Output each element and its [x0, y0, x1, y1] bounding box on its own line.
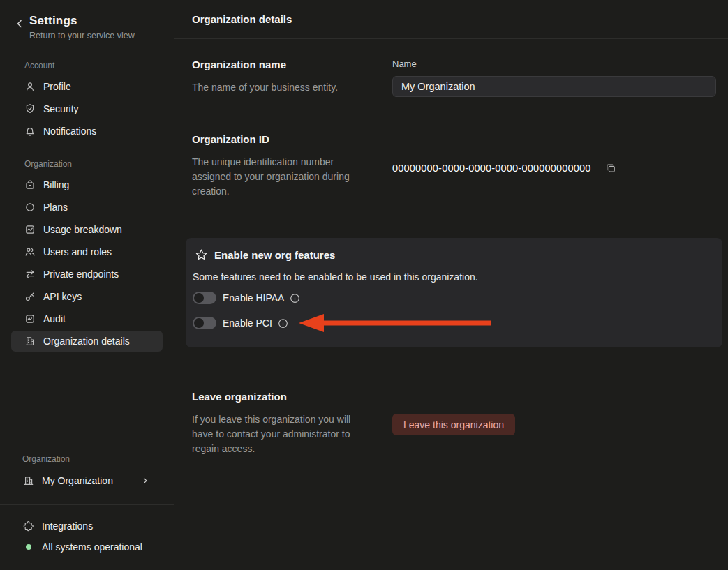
settings-title: Settings	[29, 14, 135, 28]
sidebar-item-private-endpoints[interactable]: Private endpoints	[11, 264, 163, 285]
org-name-title: Organization name	[192, 59, 392, 70]
chevron-right-icon	[141, 477, 149, 485]
sidebar-item-organization-details[interactable]: Organization details	[11, 331, 163, 352]
org-name-description: The name of your business entity.	[192, 80, 370, 95]
sidebar-item-audit[interactable]: Audit	[11, 308, 163, 329]
org-id-description: The unique identification number assigne…	[192, 155, 370, 199]
account-section-label: Account	[24, 61, 163, 70]
leave-org-title: Leave organization	[192, 391, 392, 403]
billing-icon	[24, 179, 36, 190]
sidebar-item-label: Security	[43, 103, 79, 114]
info-icon[interactable]	[290, 293, 300, 303]
features-card-description: Some features need to be enabled to be u…	[193, 271, 711, 283]
return-link[interactable]: Return to your service view	[29, 31, 135, 40]
sidebar-item-usage-breakdown[interactable]: Usage breakdown	[11, 219, 163, 240]
shield-icon	[24, 103, 36, 114]
users-icon	[24, 246, 36, 257]
sidebar-footer: Integrations All systems operational	[0, 504, 174, 570]
sidebar-item-label: Usage breakdown	[43, 224, 122, 235]
org-switcher-label: Organization	[22, 454, 163, 464]
back-chevron-icon[interactable]	[14, 18, 25, 29]
system-status[interactable]: All systems operational	[11, 537, 163, 557]
copy-icon[interactable]	[605, 163, 616, 174]
sidebar-item-billing[interactable]: Billing	[11, 174, 163, 195]
page-title: Organization details	[192, 13, 292, 25]
leave-org-block: Leave organization If you leave this org…	[174, 373, 728, 456]
sidebar-header: Settings Return to your service view	[0, 0, 174, 40]
info-icon[interactable]	[278, 318, 288, 329]
sidebar-item-label: Plans	[43, 202, 68, 213]
audit-icon	[24, 313, 36, 324]
features-card-title: Enable new org features	[214, 249, 335, 261]
org-id-title: Organization ID	[192, 133, 392, 145]
arrows-swap-icon	[24, 269, 36, 280]
enable-pci-toggle[interactable]	[193, 317, 216, 329]
name-field-label: Name	[392, 59, 716, 69]
red-pointer-arrow-icon	[299, 313, 491, 333]
integrations-link[interactable]: Integrations	[11, 516, 163, 537]
sidebar-item-label: Billing	[43, 179, 69, 190]
sidebar-item-api-keys[interactable]: API keys	[11, 286, 163, 307]
puzzle-icon	[23, 520, 34, 532]
page-header: Organization details	[174, 0, 728, 39]
building-icon	[24, 336, 36, 347]
sidebar-item-security[interactable]: Security	[11, 98, 163, 119]
leave-org-section: Leave organization If you leave this org…	[192, 391, 716, 456]
sidebar-item-label: Users and roles	[43, 246, 112, 257]
org-id-section: Organization ID The unique identificatio…	[192, 133, 716, 199]
features-block: Enable new org features Some features ne…	[174, 220, 728, 373]
pci-toggle-label: Enable PCI	[223, 317, 272, 329]
sidebar-item-label: Profile	[43, 81, 71, 92]
hipaa-toggle-label: Enable HIPAA	[223, 292, 284, 303]
sidebar-item-profile[interactable]: Profile	[11, 76, 163, 97]
org-name-input[interactable]	[392, 76, 716, 97]
integrations-label: Integrations	[42, 520, 93, 532]
leave-organization-button[interactable]: Leave this organization	[392, 414, 515, 435]
org-name-section: Organization name The name of your busin…	[192, 59, 716, 97]
bell-icon	[24, 126, 36, 137]
sidebar-item-users-and-roles[interactable]: Users and roles	[11, 241, 163, 262]
pci-toggle-row: Enable PCI	[193, 313, 711, 333]
enable-hipaa-toggle[interactable]	[193, 292, 216, 304]
hipaa-toggle-row: Enable HIPAA	[193, 292, 711, 304]
sidebar-item-plans[interactable]: Plans	[11, 197, 163, 218]
org-id-value: 00000000-0000-0000-0000-000000000000	[392, 163, 591, 174]
enable-features-card: Enable new org features Some features ne…	[186, 238, 722, 347]
star-icon	[195, 248, 208, 262]
settings-sidebar: Settings Return to your service view Acc…	[0, 0, 174, 570]
building-icon	[23, 475, 34, 486]
leave-org-description: If you leave this organization you will …	[192, 412, 370, 456]
sidebar-item-notifications[interactable]: Notifications	[11, 121, 163, 142]
org-switcher[interactable]: My Organization	[11, 470, 163, 492]
key-icon	[24, 291, 36, 302]
circle-icon	[24, 202, 36, 213]
sidebar-item-label: Notifications	[43, 126, 96, 137]
sidebar-item-label: API keys	[43, 291, 82, 302]
usage-chart-icon	[24, 224, 36, 235]
person-icon	[24, 81, 36, 92]
org-info-block: Organization name The name of your busin…	[174, 39, 728, 220]
main-content: Organization details Organization name T…	[174, 0, 728, 570]
status-dot-icon	[26, 544, 31, 550]
status-label: All systems operational	[42, 541, 142, 553]
sidebar-item-label: Audit	[43, 313, 66, 324]
org-switcher-name: My Organization	[42, 475, 113, 486]
sidebar-item-label: Private endpoints	[43, 269, 119, 280]
organization-section-label: Organization	[24, 159, 163, 169]
sidebar-item-label: Organization details	[43, 336, 130, 347]
